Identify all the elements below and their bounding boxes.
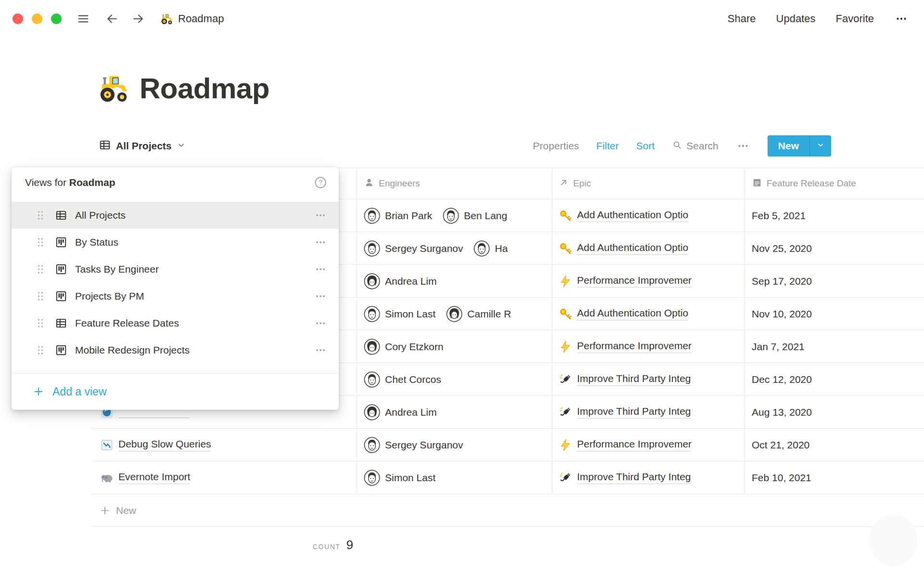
date-cell[interactable]: Aug 13, 2020: [745, 396, 924, 428]
project-name-cell[interactable]: Debug Slow Queries: [91, 429, 357, 461]
epic-link[interactable]: Add Authentication Optio: [577, 242, 688, 255]
back-icon[interactable]: [105, 12, 119, 26]
dots-icon[interactable]: [315, 236, 326, 248]
more-options-icon[interactable]: [894, 12, 909, 26]
epic-cell[interactable]: Performance Improvemer: [552, 265, 745, 297]
view-switcher[interactable]: All Projects: [99, 139, 186, 153]
svg-text:?: ?: [319, 179, 322, 186]
properties-button[interactable]: Properties: [533, 140, 579, 152]
engineer-name: Simon Last: [385, 308, 436, 320]
date-cell[interactable]: Nov 10, 2020: [745, 298, 924, 330]
dots-icon[interactable]: [315, 344, 326, 356]
date-value: Dec 12, 2020: [752, 374, 812, 385]
engineers-cell[interactable]: Andrea Lim: [357, 265, 552, 297]
count-aggregate[interactable]: COUNT 9: [91, 527, 357, 552]
epic-link[interactable]: Add Authentication Optio: [577, 209, 688, 222]
epic-link[interactable]: Add Authentication Optio: [577, 307, 688, 320]
chevron-down-icon: [816, 140, 825, 152]
add-row-button[interactable]: New: [91, 494, 924, 527]
forward-icon[interactable]: [131, 12, 145, 26]
engineers-cell[interactable]: Brian ParkBen Lang: [357, 199, 552, 232]
epic-cell[interactable]: Performance Improvemer: [552, 429, 745, 461]
add-view-button[interactable]: Add a view: [12, 373, 339, 410]
engineers-cell[interactable]: Andrea Lim: [357, 396, 552, 428]
drag-handle-icon[interactable]: [36, 290, 45, 302]
sidebar-menu-icon[interactable]: [76, 12, 90, 26]
view-list-item[interactable]: Feature Release Dates: [12, 310, 339, 337]
views-panel-title-page: Roadmap: [69, 177, 116, 188]
project-title[interactable]: Evernote Import: [118, 471, 190, 484]
close-window-button[interactable]: [13, 13, 23, 24]
epic-link[interactable]: Performance Improvemer: [577, 438, 692, 451]
column-header-epic[interactable]: Epic: [552, 168, 745, 199]
epic-cell[interactable]: Add Authentication Optio: [552, 232, 745, 264]
current-view-label: All Projects: [116, 140, 172, 152]
date-cell[interactable]: Jan 7, 2021: [745, 330, 924, 363]
view-list-item[interactable]: By Status: [12, 229, 339, 256]
share-button[interactable]: Share: [728, 13, 756, 25]
count-value: 9: [346, 538, 353, 552]
view-list-item[interactable]: Mobile Redesign Projects: [12, 337, 339, 364]
chevron-down-icon: [177, 141, 186, 152]
view-label: By Status: [75, 236, 118, 248]
dots-icon[interactable]: [315, 290, 326, 302]
epic-cell[interactable]: Add Authentication Optio: [552, 199, 745, 232]
date-cell[interactable]: Nov 25, 2020: [745, 232, 924, 264]
epic-cell[interactable]: Improve Third Party Integ: [552, 363, 745, 395]
epic-link[interactable]: Improve Third Party Integ: [577, 471, 691, 484]
dots-icon[interactable]: [315, 317, 326, 329]
new-button-label[interactable]: New: [768, 135, 809, 157]
epic-link[interactable]: Improve Third Party Integ: [577, 373, 691, 386]
engineer-name: Cory Etzkorn: [385, 341, 443, 353]
new-button-chevron[interactable]: [810, 135, 831, 157]
updates-button[interactable]: Updates: [776, 13, 816, 25]
dots-icon[interactable]: [315, 263, 326, 275]
view-list-item[interactable]: Tasks By Engineer: [12, 256, 339, 283]
sort-button[interactable]: Sort: [636, 140, 655, 152]
epic-link[interactable]: Improve Third Party Integ: [577, 406, 691, 419]
engineer-name: Camille R: [467, 308, 511, 320]
view-list-item[interactable]: Projects By PM: [12, 283, 339, 310]
engineer-name: Chet Corcos: [385, 374, 441, 385]
epic-cell[interactable]: Add Authentication Optio: [552, 298, 745, 330]
favorite-button[interactable]: Favorite: [836, 13, 874, 25]
drag-handle-icon[interactable]: [36, 344, 45, 356]
date-cell[interactable]: Dec 12, 2020: [745, 363, 924, 395]
epic-cell[interactable]: Performance Improvemer: [552, 330, 745, 363]
project-title[interactable]: Debug Slow Queries: [118, 438, 211, 451]
epic-cell[interactable]: Improve Third Party Integ: [552, 396, 745, 428]
drag-handle-icon[interactable]: [36, 236, 45, 248]
engineers-cell[interactable]: Sergey SurganovHa: [357, 232, 552, 264]
date-value: Jan 7, 2021: [752, 341, 805, 353]
date-cell[interactable]: Feb 5, 2021: [745, 199, 924, 232]
epic-link[interactable]: Performance Improvemer: [577, 275, 692, 288]
zoom-window-button[interactable]: [51, 13, 62, 24]
drag-handle-icon[interactable]: [36, 263, 45, 275]
engineer-chip: Brian Park: [364, 208, 432, 224]
help-icon[interactable]: ?: [314, 176, 327, 189]
view-list-item[interactable]: All Projects: [12, 202, 339, 229]
epic-cell[interactable]: Improve Third Party Integ: [552, 461, 745, 494]
date-cell[interactable]: Feb 10, 2021: [745, 461, 924, 494]
engineers-cell[interactable]: Cory Etzkorn: [357, 330, 552, 363]
engineer-name: Andrea Lim: [385, 276, 436, 287]
toolbar-more-icon[interactable]: [736, 139, 750, 153]
date-cell[interactable]: Oct 21, 2020: [745, 429, 924, 461]
column-header-feature-release-date[interactable]: Feature Release Date: [745, 168, 924, 199]
engineers-cell[interactable]: Simon Last: [357, 461, 552, 494]
engineers-cell[interactable]: Chet Corcos: [357, 363, 552, 395]
column-header-engineers[interactable]: Engineers: [357, 168, 552, 199]
date-cell[interactable]: Sep 17, 2020: [745, 265, 924, 297]
project-name-cell[interactable]: Evernote Import: [91, 461, 357, 494]
new-button[interactable]: New: [768, 135, 831, 157]
dots-icon[interactable]: [315, 210, 326, 221]
search-button[interactable]: Search: [672, 140, 719, 153]
engineers-cell[interactable]: Simon LastCamille R: [357, 298, 552, 330]
engineer-chip: Ha: [474, 240, 508, 257]
engineers-cell[interactable]: Sergey Surganov: [357, 429, 552, 461]
minimize-window-button[interactable]: [32, 13, 42, 24]
epic-link[interactable]: Performance Improvemer: [577, 340, 692, 353]
drag-handle-icon[interactable]: [36, 317, 45, 329]
filter-button[interactable]: Filter: [596, 140, 619, 152]
drag-handle-icon[interactable]: [36, 210, 45, 221]
